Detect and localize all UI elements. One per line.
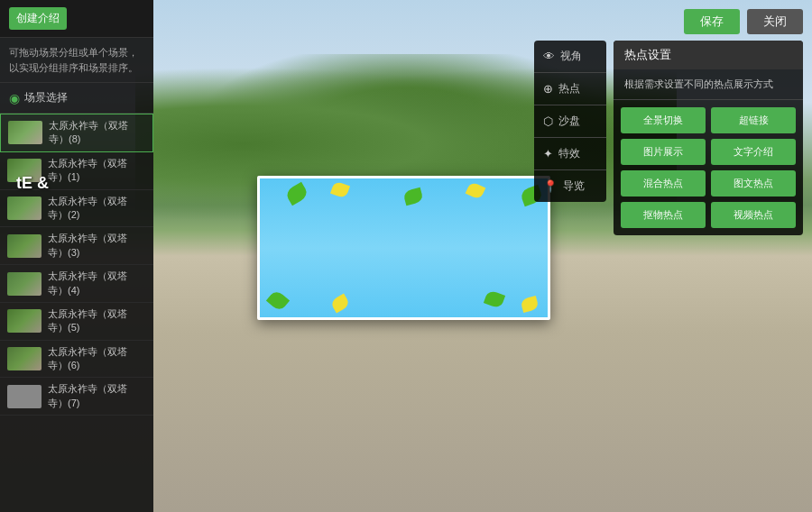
leaf-decoration [266,289,290,313]
tool-label-hotspot: 热点 [558,81,580,96]
scene-label: 太原永祚寺（双塔寺）(4) [48,270,146,297]
tool-item-sign[interactable]: 📍导览 [534,170,606,202]
scene-list-item[interactable]: 太原永祚寺（双塔寺）(2) [0,190,153,228]
tool-label-view: 视角 [560,49,582,64]
sandbox-icon: ⬡ [543,114,553,128]
hotspot-buttons-grid: 全景切换超链接图片展示文字介绍混合热点图文热点抠物热点视频热点 [614,100,803,235]
floating-preview-card[interactable] [257,176,550,320]
scene-list-header: 场景选择 [0,83,153,114]
scene-label: 太原永祚寺（双塔寺）(6) [48,345,146,373]
scene-list-item[interactable]: 太原永祚寺（双塔寺）(4) [0,265,153,303]
leaf-decoration [330,180,350,198]
scene-list-item[interactable]: 太原永祚寺（双塔寺）(3) [0,227,153,265]
scene-label: 太原永祚寺（双塔寺）(2) [48,195,146,223]
scene-label: 太原永祚寺（双塔寺）(5) [48,307,146,335]
top-right-buttons: 保存 关闭 [684,9,803,34]
hotspot-settings-header: 热点设置 [614,41,803,69]
scene-label: 太原永祚寺（双塔寺）(3) [48,232,146,260]
tool-label-sign: 导览 [563,178,585,194]
hotspot-settings-panel: 热点设置 根据需求设置不同的热点展示方式 全景切换超链接图片展示文字介绍混合热点… [614,41,803,235]
text-indicator: tE & [16,174,49,193]
hotspot-btn-mixed_hotspot[interactable]: 混合热点 [621,170,706,197]
sign-icon: 📍 [543,179,558,193]
leaf-decoration [466,181,486,200]
tool-panel: 👁视角⊕热点⬡沙盘✦特效📍导览 [534,41,606,202]
panel-description: 可拖动场景分组或单个场景，以实现分组排序和场景排序。 [0,38,153,83]
view-icon: 👁 [543,50,555,63]
hotspot-settings-description: 根据需求设置不同的热点展示方式 [614,69,803,100]
scene-list-item[interactable]: 太原永祚寺（双塔寺）(7) [0,378,153,416]
save-button[interactable]: 保存 [684,9,740,34]
hotspot-btn-creature_hotspot[interactable]: 抠物热点 [621,202,706,228]
scene-label: 太原永祚寺（双塔寺）(8) [49,119,145,147]
hotspot-btn-image_show[interactable]: 图片展示 [621,139,706,165]
scene-thumbnail [7,234,42,258]
tool-item-sandbox[interactable]: ⬡沙盘 [534,105,606,138]
leaf-decoration [284,182,309,206]
tool-item-view[interactable]: 👁视角 [534,41,606,73]
scene-thumbnail [8,121,42,144]
hotspot-btn-rich_hotspot[interactable]: 图文热点 [711,170,796,197]
hotspot-btn-full_switch[interactable]: 全景切换 [621,107,706,133]
leaf-decoration [520,296,539,313]
tool-item-effects[interactable]: ✦特效 [534,138,606,170]
scene-list-item[interactable]: 太原永祚寺（双塔寺）(5) [0,303,153,341]
scene-list-item[interactable]: 太原永祚寺（双塔寺）(8) [0,114,153,152]
tool-item-hotspot[interactable]: ⊕热点 [534,73,606,105]
scene-label: 太原永祚寺（双塔寺）(1) [48,157,146,185]
panel-header: 创建介绍 [0,0,153,38]
scene-list-item[interactable]: 太原永祚寺（双塔寺）(6) [0,341,153,379]
left-panel: 创建介绍 可拖动场景分组或单个场景，以实现分组排序和场景排序。 场景选择 太原永… [0,0,153,512]
tool-label-effects: 特效 [558,146,580,161]
leaf-decoration [329,294,350,314]
leaf-decoration [402,187,423,206]
tool-label-sandbox: 沙盘 [558,114,580,129]
scene-thumbnail [7,272,42,296]
hotspot-btn-super_link[interactable]: 超链接 [711,107,796,133]
scene-label: 太原永祚寺（双塔寺）(7) [48,382,146,410]
scene-thumbnail [7,197,42,220]
scene-thumbnail [7,347,42,370]
effects-icon: ✦ [543,147,553,160]
scene-thumbnail [7,309,42,333]
close-button[interactable]: 关闭 [747,9,803,34]
hotspot-btn-video_hotspot[interactable]: 视频热点 [711,202,796,228]
hotspot-btn-text_intro[interactable]: 文字介绍 [711,139,796,165]
floating-card-inner [260,178,548,317]
leaf-decoration [484,289,505,309]
create-intro-button[interactable]: 创建介绍 [9,7,67,30]
hotspot-icon: ⊕ [543,82,553,96]
scene-thumbnail [7,385,42,408]
